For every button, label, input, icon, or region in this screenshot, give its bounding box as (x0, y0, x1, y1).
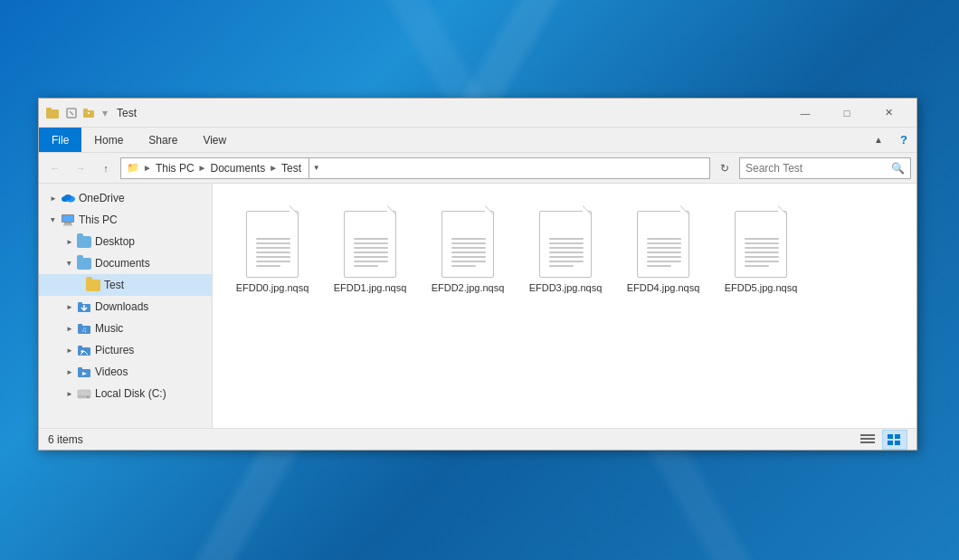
svg-text:♫: ♫ (81, 326, 87, 334)
expand-local-disk[interactable]: ► (62, 383, 77, 404)
maximize-button[interactable]: □ (826, 99, 868, 128)
file-line (549, 238, 584, 240)
sidebar-item-desktop[interactable]: ► Desktop (39, 231, 212, 252)
file-line (549, 247, 584, 249)
sidebar-label-pictures: Pictures (95, 344, 134, 356)
ribbon-collapse-button[interactable]: ▲ (866, 128, 891, 153)
search-box: 🔍 (739, 157, 911, 179)
sidebar-item-documents[interactable]: ► Documents (39, 252, 212, 274)
sidebar: ► OneDrive ► This PC ► Desktop (39, 184, 213, 428)
menu-view[interactable]: View (190, 128, 239, 152)
file-line (256, 242, 290, 244)
file-icon-corner-inner (583, 206, 591, 214)
file-line (354, 256, 388, 258)
title-bar: ▾ Test — □ ✕ (39, 99, 916, 128)
svg-rect-33 (888, 441, 893, 445)
svg-rect-5 (83, 109, 88, 111)
search-icon[interactable]: 🔍 (891, 162, 905, 175)
help-button[interactable]: ? (891, 128, 916, 153)
main-content: ► OneDrive ► This PC ► Desktop (39, 184, 916, 428)
sidebar-item-test[interactable]: Test (39, 274, 212, 296)
file-line (647, 261, 681, 262)
title-bar-icons: ▾ (46, 106, 109, 120)
file-icon (732, 205, 790, 278)
file-line (451, 261, 486, 262)
file-line (745, 256, 779, 258)
file-icon-corner-inner (680, 206, 688, 214)
forward-button[interactable]: → (70, 157, 91, 179)
videos-icon (77, 365, 91, 379)
sidebar-item-music[interactable]: ► ♫ Music (39, 318, 212, 339)
expand-music[interactable]: ► (62, 318, 77, 339)
large-icons-view-button[interactable] (882, 430, 907, 450)
expand-this-pc[interactable]: ► (46, 209, 61, 231)
svg-rect-1 (46, 108, 52, 110)
sidebar-label-music: Music (95, 322, 123, 335)
file-item[interactable]: EFDD0.jpg.nqsq (227, 198, 318, 301)
sidebar-item-local-disk[interactable]: ► Local Disk (C:) (39, 383, 212, 404)
expand-documents[interactable]: ► (62, 252, 77, 274)
expand-downloads[interactable]: ► (62, 296, 77, 318)
file-icon-corner-inner (387, 206, 395, 214)
file-line (354, 247, 388, 249)
status-bar: 6 items (39, 428, 916, 450)
path-documents[interactable]: Documents (211, 162, 266, 175)
menu-home[interactable]: Home (81, 128, 136, 152)
title-separator: ▾ (102, 107, 108, 119)
minimize-button[interactable]: — (784, 99, 826, 128)
file-line (354, 261, 388, 262)
details-view-button[interactable] (855, 430, 880, 450)
sidebar-label-test: Test (104, 279, 124, 291)
expand-test[interactable] (79, 274, 86, 296)
expand-pictures[interactable]: ► (62, 339, 77, 361)
sidebar-item-pictures[interactable]: ► Pictures (39, 339, 212, 361)
file-line (451, 265, 476, 267)
file-line (745, 247, 779, 249)
file-icon (634, 205, 692, 278)
path-test[interactable]: Test (281, 162, 301, 175)
file-item[interactable]: EFDD3.jpg.nqsq (520, 198, 611, 301)
file-line (451, 238, 486, 240)
address-dropdown-button[interactable]: ▼ (309, 157, 323, 179)
this-pc-icon (61, 213, 75, 227)
sidebar-item-onedrive[interactable]: ► OneDrive (39, 187, 212, 209)
path-separator-2: ► (198, 163, 207, 173)
documents-icon (77, 256, 91, 271)
refresh-button[interactable]: ↻ (714, 157, 736, 179)
file-item[interactable]: EFDD1.jpg.nqsq (325, 198, 415, 301)
file-line (549, 265, 574, 267)
file-icon-lines (745, 238, 779, 270)
file-item[interactable]: EFDD2.jpg.nqsq (423, 198, 513, 301)
path-this-pc[interactable]: This PC (156, 162, 195, 175)
file-icon-body (637, 211, 689, 278)
file-icon-body (735, 211, 787, 278)
file-line (745, 242, 779, 244)
file-line (745, 265, 769, 267)
close-button[interactable]: ✕ (868, 99, 909, 128)
back-button[interactable]: ← (44, 157, 66, 179)
sidebar-item-this-pc[interactable]: ► This PC (39, 209, 212, 231)
file-line (256, 265, 280, 267)
svg-rect-34 (895, 441, 900, 445)
file-item[interactable]: EFDD5.jpg.nqsq (716, 198, 806, 301)
svg-rect-0 (46, 109, 59, 119)
path-separator-1: ► (143, 163, 152, 173)
up-button[interactable]: ↑ (95, 157, 117, 179)
file-icon (439, 205, 497, 278)
search-input[interactable] (745, 162, 891, 175)
file-line (549, 261, 584, 262)
menu-share[interactable]: Share (136, 128, 190, 152)
address-path[interactable]: 📁 ► This PC ► Documents ► Test ▼ (120, 157, 710, 179)
file-name: EFDD2.jpg.nqsq (432, 281, 505, 294)
svg-rect-12 (64, 223, 71, 224)
file-item[interactable]: EFDD4.jpg.nqsq (618, 198, 708, 301)
svg-rect-23 (78, 367, 82, 370)
menu-file[interactable]: File (39, 128, 81, 152)
expand-onedrive[interactable]: ► (46, 187, 61, 209)
svg-rect-13 (63, 224, 72, 226)
sidebar-item-downloads[interactable]: ► Downloads (39, 296, 212, 318)
expand-videos[interactable]: ► (62, 361, 77, 383)
sidebar-item-videos[interactable]: ► Videos (39, 361, 212, 383)
expand-desktop[interactable]: ► (62, 231, 77, 252)
desktop-icon (77, 234, 91, 249)
